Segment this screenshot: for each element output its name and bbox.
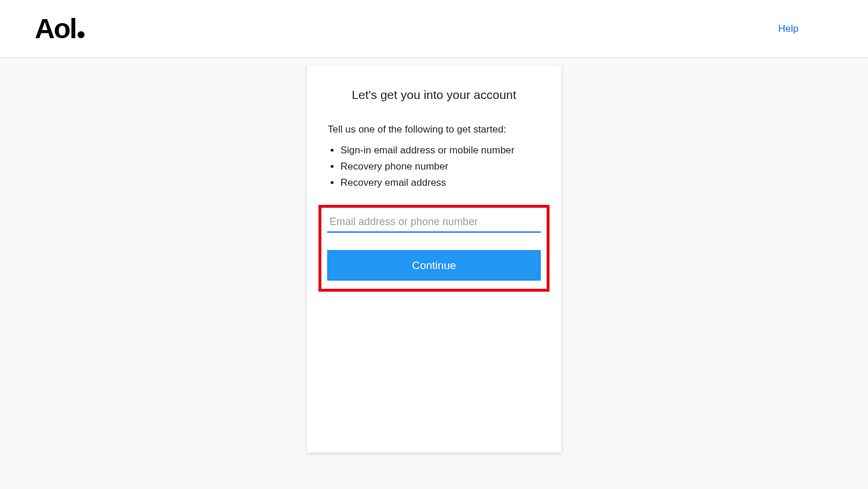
recovery-options-list: Sign-in email address or mobile number R… [328,142,540,191]
card-title: Let's get you into your account [328,88,540,102]
help-link[interactable]: Help [778,23,799,35]
list-item: Sign-in email address or mobile number [340,142,540,159]
aol-logo: Aol [35,13,85,45]
logo-dot-icon [78,31,85,38]
logo-text: Aol [35,13,76,45]
list-item: Recovery phone number [340,159,540,175]
highlighted-form-area: Continue [318,205,550,292]
account-recovery-card: Let's get you into your account Tell us … [307,66,561,453]
list-item: Recovery email address [340,175,540,191]
main-container: Let's get you into your account Tell us … [0,58,868,453]
continue-button[interactable]: Continue [327,250,541,281]
header: Aol Help [0,0,868,58]
email-or-phone-input[interactable] [327,211,541,233]
instruction-text: Tell us one of the following to get star… [328,124,540,135]
